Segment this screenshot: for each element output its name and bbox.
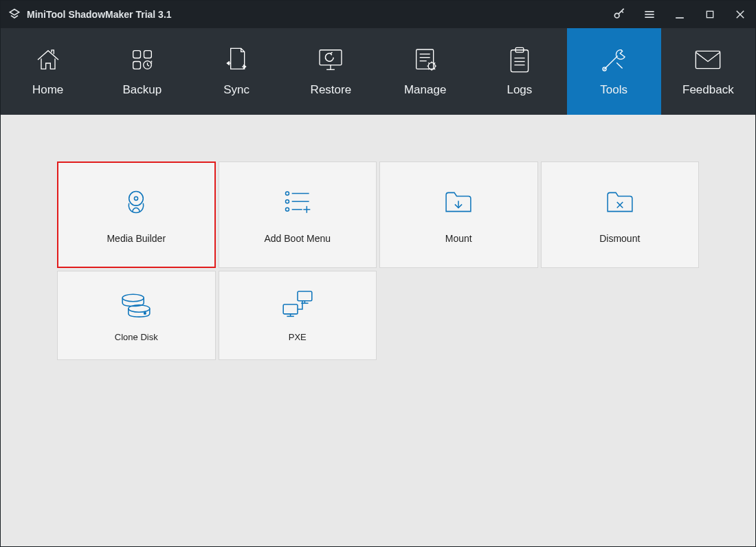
tile-label: Clone Disk bbox=[115, 332, 158, 342]
nav-restore[interactable]: Restore bbox=[284, 28, 378, 115]
nav-label: Backup bbox=[123, 83, 162, 97]
svg-point-29 bbox=[135, 197, 138, 200]
svg-rect-12 bbox=[320, 50, 342, 65]
nav-label: Logs bbox=[507, 83, 532, 97]
nav-home[interactable]: Home bbox=[1, 28, 95, 115]
sync-icon bbox=[223, 46, 249, 74]
key-button[interactable] bbox=[604, 1, 634, 28]
manage-icon bbox=[412, 46, 439, 74]
app-title: MiniTool ShadowMaker Trial 3.1 bbox=[27, 9, 172, 20]
nav-label: Restore bbox=[311, 83, 352, 97]
pxe-icon bbox=[280, 289, 315, 320]
mount-icon bbox=[443, 186, 474, 218]
nav-label: Manage bbox=[404, 83, 446, 97]
nav-logs[interactable]: Logs bbox=[472, 28, 566, 115]
title-bar: MiniTool ShadowMaker Trial 3.1 bbox=[1, 1, 755, 28]
svg-rect-9 bbox=[144, 51, 151, 58]
svg-rect-5 bbox=[707, 11, 713, 17]
logs-icon bbox=[507, 46, 532, 74]
svg-point-28 bbox=[129, 191, 144, 205]
tile-clone-disk[interactable]: Clone Disk bbox=[57, 271, 216, 360]
tile-label: Add Boot Menu bbox=[264, 233, 331, 244]
app-window: MiniTool ShadowMaker Trial 3.1 bbox=[0, 0, 756, 547]
svg-rect-20 bbox=[511, 50, 528, 72]
svg-point-32 bbox=[285, 199, 289, 203]
svg-point-41 bbox=[122, 294, 144, 301]
tile-media-builder[interactable]: Media Builder bbox=[57, 161, 216, 268]
tile-label: Mount bbox=[445, 233, 472, 244]
tools-panel: Media Builder Add Boot Menu Mount Dismou… bbox=[1, 115, 755, 546]
tile-label: Dismount bbox=[599, 233, 640, 244]
svg-rect-47 bbox=[283, 304, 298, 314]
svg-point-43 bbox=[144, 312, 146, 314]
tile-add-boot-menu[interactable]: Add Boot Menu bbox=[219, 161, 377, 268]
minimize-button[interactable] bbox=[665, 1, 695, 28]
tile-label: PXE bbox=[289, 332, 307, 342]
svg-rect-44 bbox=[298, 291, 312, 300]
nav-label: Sync bbox=[223, 83, 249, 97]
add-boot-menu-icon bbox=[280, 186, 315, 218]
app-logo-icon bbox=[8, 8, 21, 21]
nav-sync[interactable]: Sync bbox=[190, 28, 284, 115]
svg-point-0 bbox=[614, 13, 619, 18]
dismount-icon bbox=[604, 186, 636, 218]
svg-rect-10 bbox=[133, 62, 141, 69]
media-builder-icon bbox=[120, 186, 153, 218]
nav-manage[interactable]: Manage bbox=[378, 28, 472, 115]
svg-line-26 bbox=[616, 63, 622, 68]
close-button[interactable] bbox=[725, 1, 755, 28]
tile-label: Media Builder bbox=[107, 233, 166, 244]
tools-icon bbox=[599, 46, 628, 74]
svg-rect-27 bbox=[696, 51, 720, 68]
backup-icon bbox=[129, 46, 156, 74]
menu-button[interactable] bbox=[634, 1, 665, 28]
restore-icon bbox=[316, 46, 345, 74]
svg-rect-8 bbox=[133, 51, 141, 58]
svg-point-30 bbox=[285, 192, 289, 195]
nav-label: Tools bbox=[600, 83, 627, 97]
svg-point-34 bbox=[285, 208, 289, 211]
tile-dismount[interactable]: Dismount bbox=[541, 161, 700, 268]
svg-rect-15 bbox=[416, 49, 433, 69]
maximize-button[interactable] bbox=[695, 1, 725, 28]
nav-tools[interactable]: Tools bbox=[567, 28, 661, 115]
nav-backup[interactable]: Backup bbox=[95, 28, 189, 115]
nav-label: Home bbox=[32, 83, 63, 97]
tile-pxe[interactable]: PXE bbox=[219, 271, 377, 360]
tools-row-1: Media Builder Add Boot Menu Mount Dismou… bbox=[57, 161, 699, 268]
tile-mount[interactable]: Mount bbox=[379, 161, 538, 268]
home-icon bbox=[34, 46, 62, 74]
feedback-icon bbox=[693, 46, 722, 74]
clone-disk-icon bbox=[119, 289, 153, 320]
nav-label: Feedback bbox=[682, 83, 734, 97]
tools-row-2: Clone Disk PXE bbox=[57, 271, 699, 360]
nav-feedback[interactable]: Feedback bbox=[661, 28, 755, 115]
main-nav: Home Backup Sync Restore Manage bbox=[1, 28, 755, 115]
